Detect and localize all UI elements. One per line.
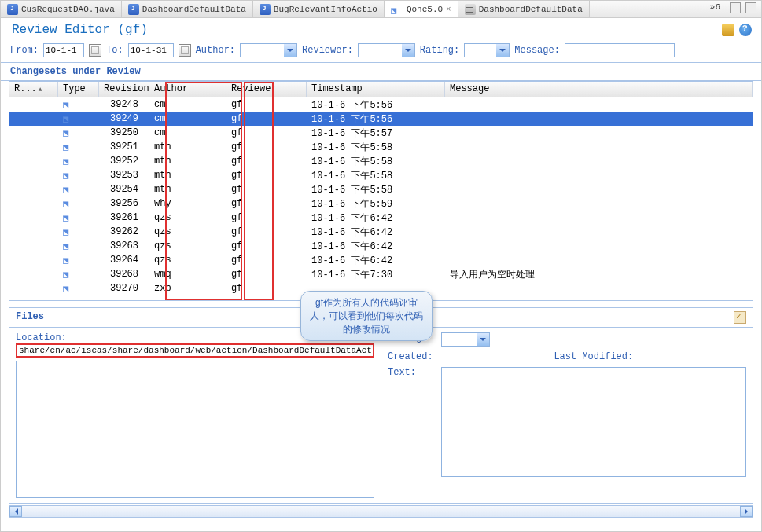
reviewer-input[interactable] (359, 44, 402, 57)
files-toggle-icon[interactable] (734, 311, 746, 324)
chevron-down-icon[interactable] (477, 333, 489, 346)
editor-tabs: CusRequestDAO.javaDashboardDefaultDataBu… (1, 1, 761, 18)
cell-revw: gf (226, 98, 307, 111)
table-row[interactable]: ⬔39253mthgf10-1-6 下午5:58 (9, 168, 753, 182)
message-input[interactable] (565, 43, 675, 57)
help-icon[interactable] (739, 24, 752, 36)
tab-dashboarddefaultdata[interactable]: DashboardDefaultData (458, 1, 590, 17)
cell-rev: 39268 (99, 268, 149, 281)
table-row[interactable]: ⬔39254mthgf10-1-6 下午5:58 (9, 182, 753, 196)
table-row[interactable]: ⬔39262qzsgf10-1-6 下午6:42 (9, 225, 753, 239)
table-row[interactable]: ⬔39250cmgf10-1-6 下午5:57 (9, 126, 753, 140)
cell-type: ⬔ (58, 197, 99, 211)
col-timestamp[interactable]: Timestamp (307, 82, 445, 97)
review-text-area[interactable] (441, 367, 746, 477)
cell-rev: 39270 (99, 282, 149, 295)
col-message[interactable]: Message (445, 82, 753, 97)
minimize-pane-icon[interactable] (730, 2, 741, 13)
tab-bugrelevantinfoactio[interactable]: BugRelevantInfoActio (253, 1, 385, 17)
reviewer-select[interactable] (358, 43, 415, 57)
table-row[interactable]: ⬔39261qzsgf10-1-6 下午6:42 (9, 211, 753, 225)
reviewer-label: Reviewer: (302, 45, 353, 56)
col-r[interactable]: R...▲ (9, 82, 58, 97)
chevron-down-icon[interactable] (402, 44, 414, 57)
cell-rev: 39261 (99, 211, 149, 224)
table-row[interactable]: ⬔39263qzsgf10-1-6 下午6:42 (9, 239, 753, 253)
cell-type: ⬔ (58, 169, 99, 182)
scroll-left-button[interactable] (9, 506, 22, 517)
from-input[interactable] (43, 43, 84, 57)
cell-auth: qzs (149, 211, 226, 224)
changeset-icon: ⬔ (63, 99, 75, 108)
scroll-right-button[interactable] (740, 506, 753, 517)
cell-auth: qzs (149, 240, 226, 252)
tab-label: Qone5.0 (407, 5, 443, 14)
rating-select[interactable] (464, 43, 510, 57)
rating-label: Rating: (420, 45, 459, 56)
tab-qone5-0[interactable]: ⬔Qone5.0× (385, 1, 458, 17)
java-file-icon (7, 4, 18, 15)
cell-ts: 10-1-6 下午6:42 (307, 225, 445, 240)
cell-auth: cm (149, 127, 226, 139)
changeset-icon: ⬔ (63, 141, 75, 151)
cell-rev: 39264 (99, 254, 149, 266)
cell-msg (445, 217, 753, 218)
cell-rev: 39253 (99, 169, 149, 182)
rating-input[interactable] (465, 44, 496, 57)
changeset-icon: ⬔ (63, 127, 75, 137)
cell-r (9, 203, 58, 204)
cell-revw: gf (226, 112, 307, 125)
cell-msg (445, 189, 753, 190)
close-icon[interactable]: × (446, 5, 451, 14)
cell-ts: 10-1-6 下午6:42 (307, 253, 445, 268)
cell-revw: gf (226, 226, 307, 238)
chevron-down-icon[interactable] (496, 44, 509, 57)
package-icon[interactable] (722, 24, 734, 36)
col-type[interactable]: Type (58, 82, 99, 97)
cell-msg (445, 288, 753, 289)
table-row[interactable]: ⬔39256whygf10-1-6 下午5:59 (9, 196, 753, 211)
file-rating-select[interactable] (441, 332, 490, 347)
location-input[interactable] (16, 343, 374, 358)
cell-type: ⬔ (58, 254, 99, 267)
calendar-from-icon[interactable] (89, 44, 101, 57)
changeset-icon: ⬔ (63, 184, 75, 193)
author-select[interactable] (240, 43, 297, 57)
col-revision[interactable]: Revision (99, 82, 149, 97)
horizontal-scrollbar[interactable] (9, 505, 753, 518)
cell-rev: 39251 (99, 141, 149, 153)
calendar-to-icon[interactable] (179, 44, 191, 57)
chevron-down-icon[interactable] (284, 44, 296, 57)
cell-auth: wmq (149, 268, 226, 281)
tab-dashboarddefaultdata[interactable]: DashboardDefaultData (122, 1, 253, 17)
cell-r (9, 132, 58, 134)
cell-auth: cm (149, 112, 226, 125)
table-row[interactable]: ⬔39264qzsgf10-1-6 下午6:42 (9, 253, 753, 267)
table-body[interactable]: ⬔39248cmgf10-1-6 下午5:56⬔39249cmgf10-1-6 … (9, 97, 753, 300)
file-rating-input[interactable] (442, 333, 477, 346)
tabs-overflow[interactable]: »6 (705, 1, 725, 17)
author-input[interactable] (241, 44, 284, 57)
cell-type: ⬔ (58, 226, 99, 239)
table-row[interactable]: ⬔39268wmqgf10-1-6 下午7:30导入用户为空时处理 (9, 267, 753, 281)
tab-cusrequestdao-java[interactable]: CusRequestDAO.java (1, 1, 122, 17)
col-reviewer[interactable]: Reviewer (226, 82, 307, 97)
cell-rev: 39249 (99, 112, 149, 125)
changeset-icon: ⬔ (63, 226, 75, 236)
table-row[interactable]: ⬔39249cmgf10-1-6 下午5:56 (9, 112, 753, 126)
cell-r (9, 259, 58, 261)
created-label: Created: (388, 351, 433, 362)
table-row[interactable]: ⬔39251mthgf10-1-6 下午5:58 (9, 140, 753, 154)
cell-revw: gf (226, 268, 307, 281)
table-header: R...▲ Type Revision Author Reviewer Time… (9, 82, 753, 97)
cell-revw: gf (226, 141, 307, 153)
cell-r (9, 146, 58, 148)
lastmod-label: Last Modified: (554, 351, 633, 362)
col-author[interactable]: Author (149, 82, 226, 97)
to-input[interactable] (128, 43, 174, 57)
table-row[interactable]: ⬔39248cmgf10-1-6 下午5:56 (9, 97, 753, 112)
files-list-area[interactable] (16, 361, 374, 498)
table-row[interactable]: ⬔39252mthgf10-1-6 下午5:58 (9, 154, 753, 168)
maximize-pane-icon[interactable] (745, 2, 756, 13)
changeset-icon: ⬔ (63, 113, 75, 123)
